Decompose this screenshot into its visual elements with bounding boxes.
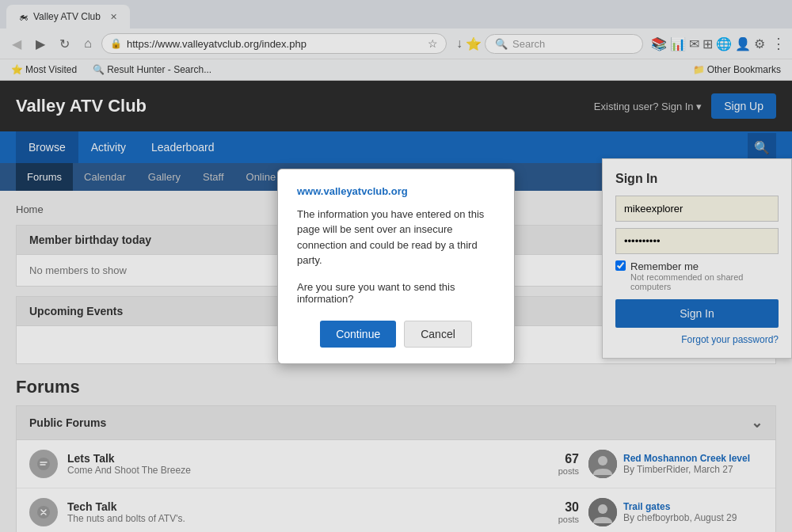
modal-question: Are you sure you want to send this infor… xyxy=(297,281,495,305)
modal-buttons: Continue Cancel xyxy=(297,321,495,348)
modal-dialog: www.valleyatvclub.org The information yo… xyxy=(277,169,515,364)
modal-backdrop: www.valleyatvclub.org The information yo… xyxy=(0,0,792,532)
modal-site: www.valleyatvclub.org xyxy=(297,185,495,197)
modal-cancel-button[interactable]: Cancel xyxy=(404,321,472,348)
modal-message: The information you have entered on this… xyxy=(297,207,495,268)
modal-continue-button[interactable]: Continue xyxy=(320,321,396,348)
page-wrapper: Valley ATV Club Existing user? Sign In ▾… xyxy=(0,81,792,532)
